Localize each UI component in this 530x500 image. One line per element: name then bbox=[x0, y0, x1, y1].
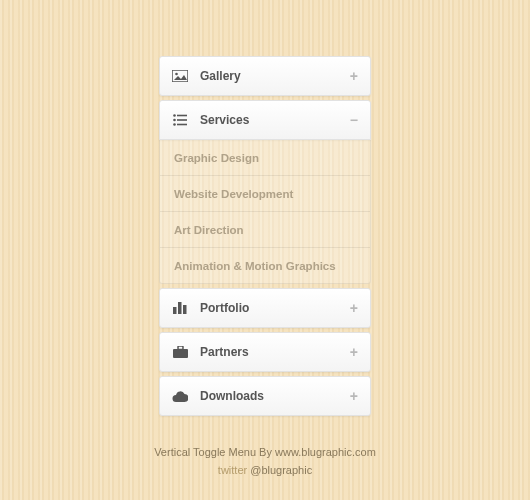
svg-point-4 bbox=[173, 119, 176, 122]
accordion-menu: Gallery+Services−Graphic DesignWebsite D… bbox=[159, 56, 371, 420]
twitter-label: twitter bbox=[218, 464, 247, 476]
plus-icon: + bbox=[350, 389, 358, 403]
menu-item-label: Gallery bbox=[200, 69, 350, 83]
menu-item-label: Partners bbox=[200, 345, 350, 359]
svg-point-1 bbox=[175, 73, 178, 76]
submenu-item[interactable]: Website Development bbox=[159, 176, 371, 212]
svg-point-2 bbox=[173, 114, 176, 117]
chart-icon bbox=[172, 300, 188, 316]
image-icon bbox=[172, 68, 188, 84]
plus-icon: + bbox=[350, 301, 358, 315]
menu-item-label: Downloads bbox=[200, 389, 350, 403]
briefcase-icon bbox=[172, 344, 188, 360]
menu-item-gallery[interactable]: Gallery+ bbox=[159, 56, 371, 96]
svg-rect-0 bbox=[172, 70, 188, 82]
plus-icon: + bbox=[350, 69, 358, 83]
svg-rect-9 bbox=[178, 302, 182, 314]
menu-item-label: Services bbox=[200, 113, 350, 127]
footer: Vertical Toggle Menu By www.blugraphic.c… bbox=[154, 444, 376, 479]
svg-rect-10 bbox=[183, 305, 187, 314]
svg-rect-11 bbox=[173, 349, 188, 358]
submenu-item[interactable]: Art Direction bbox=[159, 212, 371, 248]
svg-rect-3 bbox=[177, 115, 187, 117]
svg-rect-8 bbox=[173, 307, 177, 314]
svg-rect-5 bbox=[177, 119, 187, 121]
footer-twitter: twitter @blugraphic bbox=[154, 462, 376, 480]
list-icon bbox=[172, 112, 188, 128]
menu-item-downloads[interactable]: Downloads+ bbox=[159, 376, 371, 416]
menu-item-label: Portfolio bbox=[200, 301, 350, 315]
menu-item-portfolio[interactable]: Portfolio+ bbox=[159, 288, 371, 328]
submenu-item[interactable]: Graphic Design bbox=[159, 140, 371, 176]
submenu-item[interactable]: Animation & Motion Graphics bbox=[159, 248, 371, 284]
footer-credit: Vertical Toggle Menu By www.blugraphic.c… bbox=[154, 444, 376, 462]
svg-rect-7 bbox=[177, 124, 187, 126]
svg-rect-12 bbox=[178, 346, 183, 350]
twitter-handle: @blugraphic bbox=[250, 464, 312, 476]
submenu-services: Graphic DesignWebsite DevelopmentArt Dir… bbox=[159, 140, 371, 284]
svg-point-6 bbox=[173, 123, 176, 126]
menu-item-partners[interactable]: Partners+ bbox=[159, 332, 371, 372]
plus-icon: + bbox=[350, 345, 358, 359]
cloud-icon bbox=[172, 388, 188, 404]
menu-item-services[interactable]: Services− bbox=[159, 100, 371, 140]
minus-icon: − bbox=[350, 113, 358, 127]
